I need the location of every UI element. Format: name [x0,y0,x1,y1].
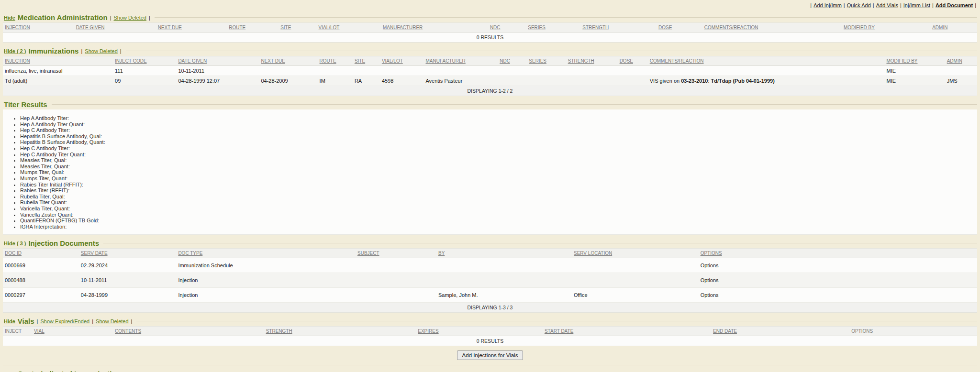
quick-add-link[interactable]: Quick Add [847,2,871,8]
table-header-row: INJECTIONDATE GIVENNEXT DUEROUTESITEVIAL… [3,23,977,33]
cell-text: MIE [886,78,896,84]
table-cell [380,66,424,76]
column-header-vial-lot[interactable]: VIAL/LOT [319,25,340,30]
column-header-expires[interactable]: EXPIRES [418,328,438,334]
column-header-admin[interactable]: ADMIN [932,25,947,30]
list-item: Measles Titer, Qual: [20,157,977,164]
add-vials-link[interactable]: Add Vials [876,2,898,8]
cell-text: VIS given on [650,78,681,84]
show-expired-ended-link[interactable]: Show Expired/Ended [40,318,89,324]
list-item: Rabies Titer Initial (RFFIT): [20,182,977,188]
column-header-strength[interactable]: STRENGTH [568,58,594,64]
column-header-next-due[interactable]: NEXT DUE [158,25,182,30]
table-row: 000029704-28-1999InjectionSample, John M… [3,288,977,303]
add-document-link[interactable]: Add Document [935,2,973,8]
options-link[interactable]: Options [701,263,719,268]
list-item: Hep A Antibody Titer: [20,115,977,121]
column-header-comments-reaction[interactable]: COMMENTS/REACTION [650,58,704,64]
hide-medication-link[interactable]: Hide [4,15,15,21]
page: | Add Inj/Imm | Quick Add | Add Vials | … [0,0,980,372]
table-cell: 4598 [380,76,424,86]
column-header-route[interactable]: ROUTE [320,58,336,64]
separator: | [810,2,812,8]
column-header-manufacturer[interactable]: MANUFACTURER [425,58,465,64]
table-cell [259,66,317,76]
vials-button-row: Add Injections for Vials [3,346,977,363]
section-header-contraindicated-immunizations: Hide Contraindicated Immunizations [4,370,977,372]
column-header-serv-location[interactable]: SERV LOCATION [574,251,612,256]
column-header-date-given[interactable]: DATE GIVEN [76,25,105,30]
cell-text: Aventis Pasteur [425,78,462,84]
column-header-injection[interactable]: INJECTION [5,25,30,30]
table-cell: JMS [945,76,977,86]
table-cell: Options [699,258,977,273]
hide-injection-documents-link[interactable]: Hide ( 3 ) [4,241,26,246]
column-header-start-date[interactable]: START DATE [545,328,573,334]
top-action-bar: | Add Inj/Imm | Quick Add | Add Vials | … [3,0,977,9]
cell-text: Injection [178,292,198,298]
show-deleted-immunizations-link[interactable]: Show Deleted [85,48,118,54]
column-header-route[interactable]: ROUTE [229,25,245,30]
table-row: Td (adult)0904-28-1999 12:0704-28-2009IM… [3,76,977,86]
options-link[interactable]: Options [701,292,719,298]
table-cell [527,66,566,76]
separator: | [932,2,934,8]
titer-results-list: Hep A Antibody Titer:Hep A Antibody Tite… [11,115,977,230]
column-header-injection[interactable]: INJECTION [5,58,30,64]
add-injections-for-vials-button[interactable]: Add Injections for Vials [457,350,523,360]
table-cell: 02-29-2024 [79,258,177,273]
vials-section-title: Vials [18,317,34,325]
column-header-next-due[interactable]: NEXT DUE [261,58,285,64]
column-header-series[interactable]: SERIES [528,25,546,30]
column-header-admin[interactable]: ADMIN [947,58,962,64]
column-header-doc-id[interactable]: DOC ID [5,251,22,256]
options-link[interactable]: Options [701,277,719,283]
column-header-ndc[interactable]: NDC [500,58,510,64]
column-header-doc-type[interactable]: DOC TYPE [178,251,202,256]
show-deleted-vials-link[interactable]: Show Deleted [96,318,129,324]
add-inj-imm-link[interactable]: Add Inj/Imm [813,2,842,8]
table-cell: Injection [176,273,356,288]
cell-text: Sample, John M. [438,292,478,298]
table-header-row: INJECTIONINJECT CODEDATE GIVENNEXT DUERO… [3,56,977,66]
column-header-by[interactable]: BY [438,251,445,256]
show-deleted-medication-link[interactable]: Show Deleted [114,15,147,21]
table-cell: 04-28-1999 12:07 [176,76,259,86]
column-header-series[interactable]: SERIES [529,58,546,64]
divider [3,365,977,365]
column-header-ndc[interactable]: NDC [490,25,501,30]
hide-immunizations-link[interactable]: Hide ( 2 ) [4,48,26,54]
column-header-modified-by[interactable]: MODIFIED BY [844,25,875,30]
column-header-vial[interactable]: VIAL [34,328,45,334]
column-header-options[interactable]: OPTIONS [701,251,722,256]
column-header-manufacturer[interactable]: MANUFACTURER [383,25,423,30]
column-header-inject-code[interactable]: INJECT CODE [115,58,147,64]
column-header-site[interactable]: SITE [355,58,365,64]
column-header-dose[interactable]: DOSE [658,25,672,30]
column-header-date-given[interactable]: DATE GIVEN [178,58,207,64]
column-header-strength[interactable]: STRENGTH [266,328,292,334]
cell-text: Td (adult) [5,78,27,84]
divider [136,321,977,321]
column-header-serv-date[interactable]: SERV DATE [81,251,108,256]
column-header-comments-reaction[interactable]: COMMENTS/REACTION [704,25,758,30]
table-cell [498,76,527,86]
column-header-end-date[interactable]: END DATE [713,328,737,334]
column-header-site[interactable]: SITE [280,25,291,30]
table-cell: 04-28-1999 [79,288,177,303]
table-cell: Options [699,288,977,303]
cell-text: Immunization Schedule [178,263,233,268]
column-header-dose[interactable]: DOSE [620,58,633,64]
column-header-modified-by[interactable]: MODIFIED BY [886,58,917,64]
separator: | [873,2,874,8]
cell-text: 02-29-2024 [81,263,108,268]
hide-vials-link[interactable]: Hide [4,318,15,324]
table-cell: VIS given on 03-23-2010: Td/Tdap (Pub 04… [648,76,885,86]
column-header-strength[interactable]: STRENGTH [582,25,609,30]
divider [52,104,977,105]
column-header-subject[interactable]: SUBJECT [357,251,379,256]
column-header-vial-lot[interactable]: VIAL/LOT [382,58,403,64]
inj-imm-list-link[interactable]: Inj/Imm List [903,2,930,8]
column-header-contents[interactable]: CONTENTS [115,328,141,334]
list-item: Hep A Antibody Titer Quant: [20,121,977,128]
